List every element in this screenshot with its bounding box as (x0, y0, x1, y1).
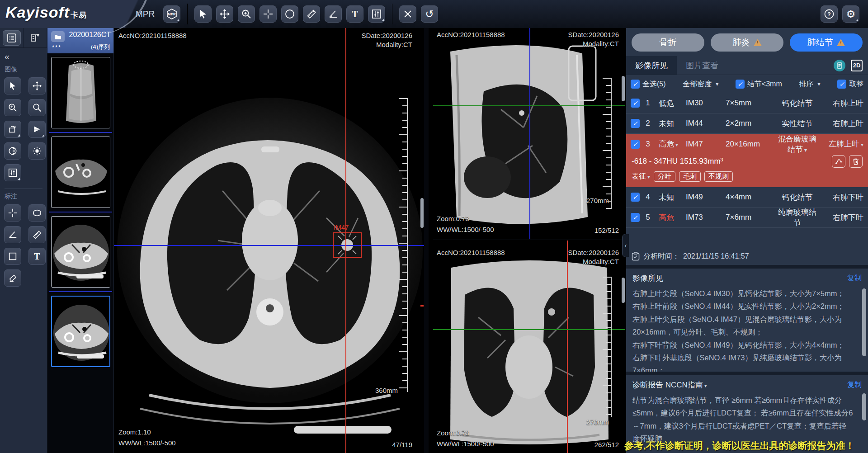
text-tool-button[interactable]: T (346, 5, 363, 23)
nodule-row-3-selected[interactable]: ✓ 3 高危▾ IM47 20×16mm 混合磨玻璃结节▾ 左肺上叶▾ -618… (626, 134, 868, 187)
series-thumbnail-axial-selected[interactable]: 已经检测 1/119 (51, 296, 110, 367)
nodule-checkbox[interactable]: ✓ (631, 119, 640, 128)
axial-viewport[interactable]: IM47 AccNO:202101158888 SDate:20200126 M… (114, 28, 429, 453)
coronal-scrollbar-thumb[interactable] (622, 278, 625, 303)
crosshair-tool-button[interactable] (259, 5, 277, 23)
trait-chip[interactable]: 分叶 (654, 171, 675, 182)
close-tool-button[interactable] (399, 5, 416, 23)
coronal-viewport[interactable]: AccNO:202101158888 SDate:20200126 Modali… (433, 241, 625, 453)
report-copy-link[interactable]: 复制 (847, 380, 862, 390)
nodule-location-dropdown[interactable]: 左肺上叶▾ (820, 139, 863, 149)
nodule-checkbox[interactable]: ✓ (631, 193, 640, 202)
rail-magnify-button[interactable] (28, 99, 46, 116)
tab-picture-view[interactable]: 图片查看 (677, 56, 727, 75)
nodule-risk-dropdown[interactable]: 高危▾ (653, 139, 686, 149)
rail-rotate-button[interactable] (4, 121, 21, 138)
density-filter[interactable]: 全部密度 (683, 80, 712, 89)
nodule-number: 4 (642, 193, 653, 202)
ruler-tool-button[interactable] (303, 5, 320, 23)
rail-pan-button[interactable] (28, 77, 46, 94)
lt3mm-checkbox[interactable]: ✓ (736, 80, 745, 89)
axial-slice-index: 47/119 (392, 441, 412, 448)
followup-curve-button[interactable] (832, 155, 845, 168)
series-thumbnail-axial-2[interactable]: 1/60 (51, 216, 110, 288)
rail-rectangle-button[interactable] (4, 248, 21, 265)
select-all-checkbox[interactable]: ✓ (631, 80, 640, 89)
collapse-rail-chevron[interactable]: « (0, 48, 47, 63)
panel-collapse-handle[interactable]: ‹ (622, 234, 629, 257)
nodule-type-dropdown[interactable]: 混合磨玻璃结节▾ (774, 134, 820, 155)
rail-eraser-button[interactable] (4, 269, 21, 287)
rail-text-button[interactable]: T (28, 248, 46, 265)
chevron-down-icon[interactable]: ▾ (704, 382, 707, 389)
brand-area: Kayisoft卡易 (0, 0, 163, 28)
window-level-tool-button[interactable] (368, 5, 385, 23)
series-thumbnail-axial-1[interactable]: 1/60 (51, 137, 110, 208)
sagittal-scrollbar-thumb[interactable] (622, 76, 625, 101)
sort-filter[interactable]: 排序 (799, 80, 813, 89)
trait-chip[interactable]: 不规则 (704, 171, 733, 182)
help-button[interactable]: ? (821, 5, 838, 23)
nodule-checkbox[interactable]: ✓ (631, 213, 640, 222)
rail-tab-series-list[interactable] (0, 28, 24, 47)
nodule-row-3-header[interactable]: ✓ 3 高危▾ IM47 20×16mm 混合磨玻璃结节▾ 左肺上叶▾ (626, 134, 868, 154)
lt3mm-label[interactable]: 结节<3mm (747, 80, 782, 89)
nodule-row-5[interactable]: ✓ 5 高危 IM73 7×6mm 纯磨玻璃结节 右肺下叶 (626, 208, 868, 228)
rail-brightness-button[interactable] (28, 142, 46, 160)
chevron-down-icon: ▾ (817, 81, 820, 87)
rail-crosshair-button[interactable] (4, 204, 21, 222)
nodule-number: 1 (642, 99, 653, 108)
cursor-tool-button[interactable] (194, 5, 212, 23)
findings-copy-link[interactable]: 复制 (847, 274, 862, 283)
reset-rotate-button[interactable]: ↺ (421, 5, 438, 23)
nodule-row-2[interactable]: ✓ 2 未知 IM44 2×2mm 实性结节 右肺上叶 (626, 113, 868, 134)
rail-zoom-in-button[interactable] (4, 99, 21, 116)
trait-chip[interactable]: 毛刺 (679, 171, 701, 182)
tab-image-findings[interactable]: 影像所见 (626, 56, 677, 75)
nodule-roi-box[interactable] (333, 232, 362, 258)
delete-nodule-button[interactable] (849, 155, 863, 168)
nodule-checkbox[interactable]: ✓ (631, 140, 640, 149)
select-all-label[interactable]: 全选(5) (642, 80, 666, 89)
brightness-sun-icon (32, 146, 42, 156)
nodule-roi-label: IM47 (334, 223, 349, 231)
report-bubble-icon[interactable] (834, 60, 845, 71)
nodule-row-4[interactable]: ✓ 4 未知 IM49 4×4mm 钙化结节 右肺下叶 (626, 187, 868, 208)
sagittal-slice-index: 152/512 (594, 226, 619, 234)
nodule-checkbox[interactable]: ✓ (631, 99, 640, 108)
axial-scrollbar-thumb[interactable] (420, 198, 424, 228)
toolbar-separator (392, 4, 392, 24)
round-label[interactable]: 取整 (849, 80, 863, 89)
rail-cursor-button[interactable] (4, 77, 21, 94)
traits-dropdown[interactable]: 表征▾ (632, 172, 650, 181)
zoom-in-tool-button[interactable] (238, 5, 255, 23)
rail-invert-button[interactable] (4, 142, 21, 160)
findings-scrollbar-thumb[interactable] (862, 288, 866, 356)
2d-view-icon[interactable]: 2D (851, 60, 863, 71)
pan-tool-button[interactable] (216, 5, 233, 23)
annotation-section-label: 标注 (0, 190, 47, 203)
rail-tab-layout[interactable] (24, 28, 47, 47)
tab-pneumonia[interactable]: 肺炎 (711, 33, 783, 52)
axial-nodule-scroll-marker (420, 305, 424, 307)
rail-window-level-button[interactable] (4, 164, 21, 181)
series-count: (4)序列 (91, 43, 110, 51)
round-checkbox[interactable]: ✓ (837, 80, 846, 89)
rail-cine-play-button[interactable] (28, 121, 46, 138)
rail-ellipse-button[interactable] (28, 204, 46, 222)
nodule-row-1[interactable]: ✓ 1 低危 IM30 7×5mm 钙化结节 右肺上叶 (626, 93, 868, 113)
rail-angle-button[interactable] (4, 226, 21, 243)
tab-lung-nodule[interactable]: 肺结节 (790, 33, 863, 52)
settings-button[interactable]: ⚙ (842, 5, 859, 23)
tab-fracture[interactable]: 骨折 (632, 33, 704, 52)
ellipse-tool-button[interactable] (281, 5, 298, 23)
series-thumbnail-scout[interactable]: 1/1 (51, 57, 110, 128)
mpr-layout-button[interactable]: MPR (163, 5, 180, 23)
sagittal-viewport[interactable]: AccNO:202101158888 SDate:20200126 Modali… (433, 28, 625, 240)
folder-icon (51, 31, 65, 42)
angle-tool-button[interactable] (325, 5, 342, 23)
coronal-ruler-label: 270mm (586, 418, 609, 426)
patient-mask: *** (52, 44, 61, 51)
report-scrollbar-thumb[interactable] (862, 393, 866, 420)
rail-ruler-button[interactable] (28, 226, 46, 243)
